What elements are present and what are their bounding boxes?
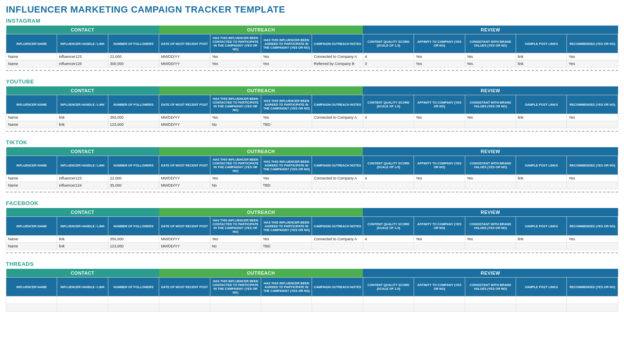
cell-3[interactable]: [159, 296, 210, 304]
cell-10[interactable]: [516, 182, 567, 189]
cell-1[interactable]: [57, 304, 108, 312]
cell-3[interactable]: MM/DD/YY: [159, 175, 210, 182]
cell-6[interactable]: [312, 296, 363, 304]
cell-3[interactable]: [159, 304, 210, 312]
cell-2[interactable]: 22,000: [108, 175, 159, 182]
cell-10[interactable]: [516, 304, 567, 312]
cell-5[interactable]: [261, 296, 312, 304]
cell-0[interactable]: Name: [6, 121, 57, 128]
cell-4[interactable]: No: [210, 243, 261, 250]
cell-10[interactable]: link: [516, 53, 567, 60]
cell-11[interactable]: Yes: [567, 175, 618, 182]
cell-3[interactable]: MM/DD/YY: [159, 60, 210, 68]
cell-4[interactable]: Yes: [210, 175, 261, 182]
cell-6[interactable]: Connected to Company A: [312, 175, 363, 182]
cell-4[interactable]: No: [210, 121, 261, 128]
cell-9[interactable]: [465, 182, 516, 189]
cell-9[interactable]: [465, 243, 516, 250]
cell-1[interactable]: influencer126: [57, 60, 108, 68]
cell-7[interactable]: [363, 304, 414, 312]
cell-9[interactable]: Yes: [465, 236, 516, 243]
cell-11[interactable]: Yes: [567, 53, 618, 60]
cell-9[interactable]: [465, 121, 516, 128]
cell-2[interactable]: 350,000: [108, 114, 159, 121]
cell-3[interactable]: MM/DD/YY: [159, 236, 210, 243]
cell-1[interactable]: link: [57, 243, 108, 250]
cell-0[interactable]: Name: [6, 60, 57, 68]
cell-4[interactable]: Yes: [210, 236, 261, 243]
cell-7[interactable]: 4: [363, 114, 414, 121]
cell-5[interactable]: TBD: [261, 121, 312, 128]
cell-5[interactable]: Yes: [261, 175, 312, 182]
cell-2[interactable]: [108, 304, 159, 312]
cell-4[interactable]: Yes: [210, 114, 261, 121]
cell-0[interactable]: Name: [6, 182, 57, 189]
cell-11[interactable]: [567, 296, 618, 304]
cell-1[interactable]: influencer124: [57, 182, 108, 189]
cell-8[interactable]: Yes: [414, 175, 465, 182]
cell-6[interactable]: [312, 243, 363, 250]
cell-10[interactable]: [516, 296, 567, 304]
cell-2[interactable]: 123,000: [108, 243, 159, 250]
cell-4[interactable]: [210, 304, 261, 312]
cell-5[interactable]: Yes: [261, 60, 312, 68]
cell-7[interactable]: [363, 296, 414, 304]
cell-6[interactable]: [312, 121, 363, 128]
cell-7[interactable]: [363, 243, 414, 250]
cell-2[interactable]: 350,000: [108, 236, 159, 243]
cell-11[interactable]: Yes: [567, 236, 618, 243]
cell-11[interactable]: [567, 243, 618, 250]
cell-4[interactable]: No: [210, 182, 261, 189]
cell-2[interactable]: [108, 296, 159, 304]
cell-5[interactable]: Yes: [261, 114, 312, 121]
cell-6[interactable]: Referred by Company B: [312, 60, 363, 68]
cell-8[interactable]: [414, 121, 465, 128]
cell-9[interactable]: Yes: [465, 60, 516, 68]
cell-11[interactable]: [567, 182, 618, 189]
cell-6[interactable]: [312, 182, 363, 189]
cell-1[interactable]: link: [57, 114, 108, 121]
cell-8[interactable]: [414, 243, 465, 250]
cell-3[interactable]: MM/DD/YY: [159, 182, 210, 189]
cell-7[interactable]: 4: [363, 175, 414, 182]
cell-1[interactable]: link: [57, 236, 108, 243]
cell-0[interactable]: Name: [6, 236, 57, 243]
cell-2[interactable]: 35,000: [108, 182, 159, 189]
cell-0[interactable]: Name: [6, 243, 57, 250]
cell-4[interactable]: Yes: [210, 53, 261, 60]
cell-11[interactable]: Yes: [567, 60, 618, 68]
cell-1[interactable]: [57, 296, 108, 304]
cell-10[interactable]: link: [516, 60, 567, 68]
cell-11[interactable]: Yes: [567, 114, 618, 121]
cell-5[interactable]: [261, 304, 312, 312]
cell-8[interactable]: [414, 304, 465, 312]
cell-9[interactable]: [465, 296, 516, 304]
cell-8[interactable]: Yes: [414, 114, 465, 121]
cell-1[interactable]: influencer123: [57, 53, 108, 60]
cell-5[interactable]: TBD: [261, 182, 312, 189]
cell-0[interactable]: Name: [6, 53, 57, 60]
cell-0[interactable]: Name: [6, 175, 57, 182]
cell-5[interactable]: TBD: [261, 243, 312, 250]
cell-9[interactable]: [465, 304, 516, 312]
cell-4[interactable]: [210, 296, 261, 304]
cell-8[interactable]: Yes: [414, 53, 465, 60]
cell-7[interactable]: 3: [363, 60, 414, 68]
cell-3[interactable]: MM/DD/YY: [159, 53, 210, 60]
cell-6[interactable]: Connected to Company A: [312, 236, 363, 243]
cell-0[interactable]: Name: [6, 114, 57, 121]
cell-6[interactable]: [312, 304, 363, 312]
cell-8[interactable]: [414, 182, 465, 189]
cell-10[interactable]: link: [516, 114, 567, 121]
cell-2[interactable]: 300,000: [108, 60, 159, 68]
cell-8[interactable]: Yes: [414, 236, 465, 243]
cell-7[interactable]: [363, 121, 414, 128]
cell-3[interactable]: MM/DD/YY: [159, 114, 210, 121]
cell-3[interactable]: MM/DD/YY: [159, 243, 210, 250]
cell-1[interactable]: influencer123: [57, 175, 108, 182]
cell-4[interactable]: Yes: [210, 60, 261, 68]
cell-9[interactable]: Yes: [465, 175, 516, 182]
cell-0[interactable]: [6, 304, 57, 312]
cell-7[interactable]: 4: [363, 53, 414, 60]
cell-5[interactable]: Yes: [261, 236, 312, 243]
